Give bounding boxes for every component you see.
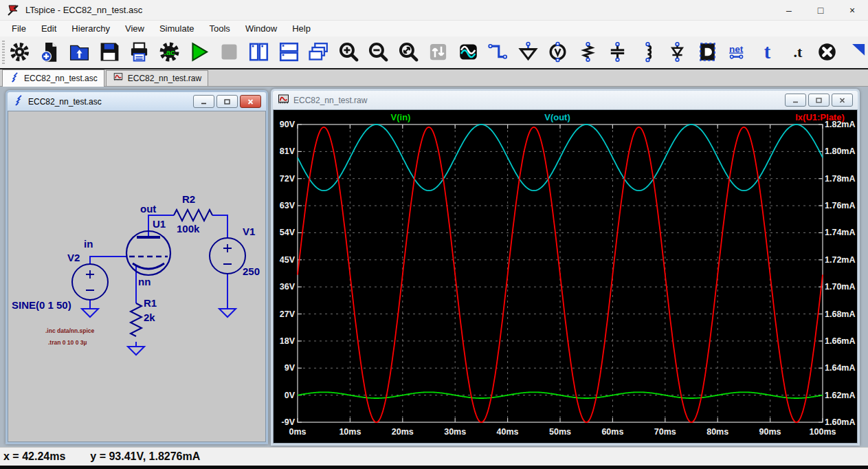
menu-hierarchy[interactable]: Hierarchy (64, 23, 118, 34)
svg-text:.t: .t (793, 43, 802, 61)
menu-simulate[interactable]: Simulate (152, 23, 202, 34)
waveform-minimize-button[interactable] (785, 94, 806, 107)
toolbar-place-voltage-source-button[interactable] (547, 41, 570, 64)
menu-window[interactable]: Window (238, 23, 285, 34)
waveform-doc-icon (113, 72, 124, 85)
mdi-area: ECC82_nn_test.asc (0, 87, 868, 447)
toolbar-place-component-button[interactable] (697, 41, 720, 64)
menu-help[interactable]: Help (285, 23, 318, 34)
waveform-plot-area[interactable]: 0ms10ms20ms30ms40ms50ms60ms70ms80ms90ms1… (273, 109, 858, 444)
spice-directive-inc[interactable]: .inc data/nn.spice (45, 327, 95, 334)
legend-series-2[interactable]: Ix(U1:Plate) (795, 112, 845, 122)
component-label-u1[interactable]: U1 (153, 218, 166, 230)
minimize-button[interactable]: – (773, 0, 805, 20)
toolbar-place-ground-button[interactable] (518, 41, 540, 64)
toolbar-tile-horizontal-button[interactable] (278, 41, 301, 64)
cursor-y-readout: y = 93.41V, 1.8276mA (90, 450, 200, 463)
place-inductor-icon (637, 41, 660, 64)
resistor-r1-symbol[interactable] (131, 303, 142, 336)
right-axis-tick-label: 1.76mA (825, 201, 855, 210)
open-icon (69, 41, 91, 64)
right-axis-tick-label: 1.70mA (825, 282, 855, 292)
value-label-r1[interactable]: 2k (144, 312, 155, 323)
toolbar-place-capacitor-button[interactable] (607, 41, 630, 64)
component-label-r1[interactable]: R1 (144, 297, 157, 309)
triode-u1-symbol[interactable] (126, 231, 170, 275)
toolbar-tile-vertical-button[interactable] (248, 41, 271, 64)
toolbar-autorange-button[interactable] (427, 41, 450, 64)
close-button[interactable]: × (836, 0, 868, 20)
toolbar-zoom-out-button[interactable] (368, 41, 390, 64)
toolbar-run-button[interactable] (188, 41, 211, 64)
toolbar-spice-directive-button[interactable]: .t (786, 41, 809, 64)
ac-analysis-icon: .ac (159, 41, 181, 64)
schematic-restore-button[interactable] (216, 95, 238, 108)
cascade-icon (308, 41, 331, 64)
toolbar-waveform-pane-button[interactable] (458, 41, 480, 64)
value-label-r2[interactable]: 100k (177, 223, 200, 235)
toolbar-place-inductor-button[interactable] (637, 41, 660, 64)
left-axis-tick-label: 63V (280, 201, 296, 210)
component-label-r2[interactable]: R2 (182, 193, 195, 205)
value-label-v1[interactable]: 250 (243, 265, 260, 277)
schematic-minimize-button[interactable] (193, 95, 214, 108)
waveform-restore-button[interactable] (808, 94, 830, 107)
component-label-v1[interactable]: V1 (243, 226, 255, 237)
draw-wire-icon (487, 41, 510, 64)
toolbar-place-resistor-button[interactable] (577, 41, 600, 64)
menu-tools[interactable]: Tools (202, 23, 238, 34)
voltage-source-v2-symbol[interactable] (72, 264, 108, 300)
net-label-out[interactable]: out (140, 203, 156, 215)
resistor-r2-symbol[interactable] (174, 210, 212, 221)
toolbar-cascade-button[interactable] (308, 41, 331, 64)
ground-symbol-v2[interactable] (82, 309, 98, 317)
right-axis-tick-label: 1.68mA (825, 309, 855, 319)
toolbar-save-button[interactable] (99, 41, 122, 64)
voltage-source-v1-symbol[interactable] (210, 238, 245, 274)
toolbar-place-diode-button[interactable] (667, 41, 689, 64)
tab-ECC82_nn_test.raw[interactable]: ECC82_nn_test.raw (106, 70, 208, 86)
x-axis-tick-label: 40ms (497, 427, 519, 437)
waveform-close-button[interactable] (832, 94, 853, 107)
ground-symbol-r1[interactable] (128, 347, 144, 355)
right-axis-tick-label: 1.74mA (825, 228, 855, 237)
toolbar-open-button[interactable] (69, 41, 91, 64)
spice-directive-icon: .t (786, 41, 809, 64)
toolbar-configure-button[interactable] (9, 41, 32, 64)
waveform-window-titlebar[interactable]: ECC82_nn_test.raw (273, 91, 858, 109)
schematic-canvas[interactable]: out U1 R2 100k V1 250 in V2 SINE(0 1 50)… (8, 111, 266, 442)
tab-ECC82_nn_test.asc[interactable]: ECC82_nn_test.asc (2, 69, 104, 87)
menu-file[interactable]: File (4, 23, 34, 34)
x-axis-tick-label: 100ms (810, 427, 836, 437)
schematic-window: ECC82_nn_test.asc (5, 90, 268, 444)
menu-edit[interactable]: Edit (34, 23, 64, 34)
toolbar-halt-button[interactable] (219, 41, 241, 64)
maximize-button[interactable]: □ (805, 0, 836, 20)
toolbar-delete-button[interactable] (816, 41, 839, 64)
menu-view[interactable]: View (118, 23, 152, 34)
schematic-close-button[interactable] (240, 95, 261, 108)
legend-series-0[interactable]: V(in) (391, 112, 411, 122)
toolbar-print-button[interactable] (129, 41, 151, 64)
toolbar-zoom-in-button[interactable] (338, 41, 361, 64)
schematic-window-titlebar[interactable]: ECC82_nn_test.asc (8, 92, 266, 111)
legend-series-1[interactable]: V(out) (544, 112, 570, 122)
toolbar-zoom-full-extents-button[interactable] (398, 41, 421, 64)
toolbar-place-text-button[interactable]: t (757, 41, 779, 64)
place-ground-icon (518, 41, 540, 64)
schematic-window-title: ECC82_nn_test.asc (28, 97, 102, 107)
net-label-in[interactable]: in (84, 238, 93, 250)
toolbar-ac-analysis-button[interactable]: .ac (159, 41, 181, 64)
net-label-nn[interactable]: nn (138, 276, 151, 287)
component-label-v2[interactable]: V2 (67, 252, 80, 263)
save-icon (99, 41, 122, 64)
toolbar-new-schematic-button[interactable] (39, 41, 62, 64)
value-label-v2[interactable]: SINE(0 1 50) (12, 299, 71, 311)
spice-directive-tran[interactable]: .tran 0 10 0 3µ (48, 339, 87, 346)
toolbar-move-button[interactable] (846, 41, 868, 64)
place-net-label-icon: net (726, 41, 749, 64)
toolbar-draw-wire-button[interactable] (487, 41, 510, 64)
ground-symbol-v1[interactable] (219, 309, 236, 317)
waveform-window-title: ECC82_nn_test.raw (293, 96, 367, 105)
toolbar-place-net-label-button[interactable]: net (726, 41, 749, 64)
